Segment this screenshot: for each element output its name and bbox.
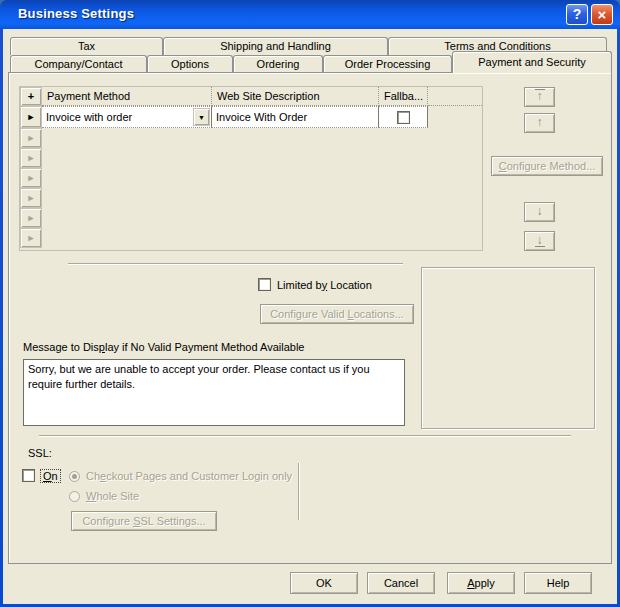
add-row-button[interactable]: +: [20, 87, 42, 106]
ssl-on-checkbox[interactable]: [22, 469, 35, 482]
apply-button[interactable]: Apply: [447, 572, 515, 594]
move-to-bottom-button[interactable]: ↓: [524, 231, 555, 251]
row-selector-empty: ►: [20, 168, 42, 188]
row-selector-empty: ►: [20, 148, 42, 168]
whole-site-label: Whole Site: [86, 490, 139, 502]
configure-valid-locations-button[interactable]: Configure Valid Locations...: [260, 304, 414, 324]
row-selector-empty: ►: [20, 128, 42, 148]
checkout-pages-radio[interactable]: [69, 471, 80, 482]
payment-method-value: Invoice with order: [42, 107, 192, 127]
payment-methods-grid: + Payment Method Web Site Description Fa…: [19, 86, 483, 251]
column-header-fallback[interactable]: Fallba...: [379, 87, 428, 106]
row-selector-active[interactable]: ►: [20, 106, 42, 128]
tab-payment-and-security[interactable]: Payment and Security: [452, 51, 612, 73]
tab-tax[interactable]: Tax: [10, 37, 163, 55]
divider: [39, 435, 571, 437]
limited-by-location-label[interactable]: Limited by Location: [277, 279, 372, 291]
column-header-web-site-description[interactable]: Web Site Description: [212, 87, 379, 106]
ok-button[interactable]: OK: [290, 572, 358, 594]
location-preview-box: [421, 267, 595, 429]
title-bar: Business Settings ? ×: [0, 0, 620, 29]
chevron-down-icon[interactable]: ▼: [193, 108, 210, 126]
payment-method-dropdown[interactable]: Invoice with order ▼: [42, 106, 212, 128]
fallback-checkbox[interactable]: [397, 111, 410, 124]
checkout-pages-label: Checkout Pages and Customer Login only: [86, 470, 292, 482]
row-selector-empty: ►: [20, 188, 42, 208]
column-header-empty: [428, 87, 482, 106]
divider: [68, 263, 403, 265]
row-selector-empty: ►: [20, 208, 42, 228]
tab-order-processing[interactable]: Order Processing: [323, 55, 452, 73]
no-valid-payment-message-input[interactable]: Sorry, but we are unable to accept your …: [23, 359, 405, 426]
tab-company-contact[interactable]: Company/Contact: [10, 55, 147, 73]
divider: [298, 463, 300, 520]
ssl-on-row: On: [22, 469, 60, 482]
tab-shipping-and-handling[interactable]: Shipping and Handling: [163, 37, 388, 55]
configure-method-button[interactable]: Configure Method...: [491, 156, 603, 176]
tab-options[interactable]: Options: [147, 55, 233, 73]
help-icon[interactable]: ?: [566, 4, 588, 25]
move-to-bottom-icon: ↓: [535, 234, 545, 247]
limited-by-location-checkbox[interactable]: [258, 278, 271, 291]
fallback-cell: [379, 106, 428, 128]
close-icon[interactable]: ×: [591, 4, 613, 25]
move-up-button[interactable]: ↑: [524, 113, 555, 133]
row-selector-empty: ►: [20, 228, 42, 248]
whole-site-radio[interactable]: [69, 491, 80, 502]
message-title-label: Message to Display if No Valid Payment M…: [23, 341, 304, 353]
web-site-description-input[interactable]: Invoice With Order: [212, 106, 379, 128]
payment-and-security-page: + Payment Method Web Site Description Fa…: [8, 72, 612, 564]
window-title: Business Settings: [18, 6, 134, 21]
column-header-payment-method[interactable]: Payment Method: [42, 87, 212, 106]
move-down-button[interactable]: ↓: [524, 202, 555, 222]
ssl-section-label: SSL:: [28, 447, 52, 459]
configure-ssl-settings-button[interactable]: Configure SSL Settings...: [71, 511, 217, 531]
ssl-radio-whole-site-row[interactable]: Whole Site: [69, 490, 139, 502]
ssl-on-label[interactable]: On: [41, 470, 60, 482]
help-button[interactable]: Help: [524, 572, 592, 594]
limited-by-location-row: Limited by Location: [258, 278, 372, 291]
ssl-radio-checkout-row[interactable]: Checkout Pages and Customer Login only: [69, 470, 292, 482]
move-up-icon: ↑: [535, 116, 545, 128]
move-to-top-button[interactable]: ↑: [524, 87, 555, 107]
move-down-icon: ↓: [535, 205, 545, 217]
move-to-top-icon: ↑: [535, 89, 545, 102]
cancel-button[interactable]: Cancel: [367, 572, 435, 594]
tab-ordering[interactable]: Ordering: [233, 55, 323, 73]
business-settings-dialog: Business Settings ? × Tax Shipping and H…: [0, 0, 620, 607]
